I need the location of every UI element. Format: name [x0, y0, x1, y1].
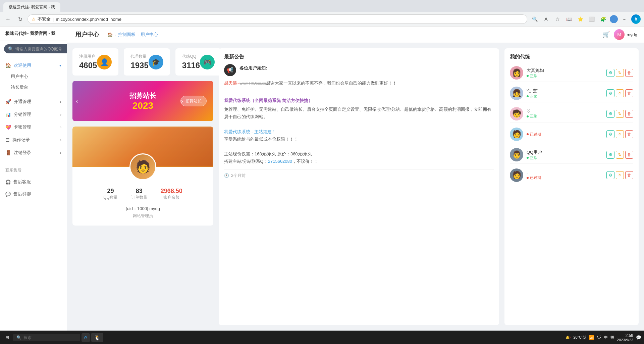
reload-button[interactable]: ↻ [15, 14, 25, 24]
announcement-system-desc: 免管理、免维护、无需建站、自己做站长、后台支持全页面自定义设置、无限招收代理/分… [224, 106, 494, 120]
notification-badge: 🔔¹ [566, 336, 571, 339]
bookmark-button[interactable]: ☆ [553, 14, 562, 24]
proxy-item: 🧑 - 已过期 ⚙ ↻ 🗑 [510, 166, 633, 184]
page-header: 用户中心 🏠 · 控制面板 · 用户中心 🛒 M mydg [67, 27, 644, 43]
taskbar-edge-app[interactable]: e [82, 333, 90, 342]
breadcrumb-control[interactable]: 控制面板 [118, 32, 136, 38]
proxy-view-btn[interactable]: ⚙ [606, 130, 614, 138]
proxy-avatar: 🧒 [510, 107, 523, 120]
sidebar-welcome-header[interactable]: 🏠 欢迎使用 ▾ [0, 60, 67, 71]
support-item-label: 售后群聊 [13, 191, 31, 197]
font-button[interactable]: A [541, 14, 551, 24]
browser-tab[interactable]: 极速云代挂- 我爱官网 - 我 [3, 2, 60, 12]
favorites-button[interactable]: ⭐ [576, 14, 585, 24]
profile-stats: 29 QQ数量 83 订单数量 2968.50 账户余额 [103, 188, 182, 200]
proxy-info: 大真媳妇 正常 [527, 67, 603, 79]
proxy-refresh-btn[interactable]: ↻ [616, 171, 624, 179]
announcement-content: 📢 各位用户须知: 感天装~www.TKDour.cn感谢大家一直以来的不离不弃… [224, 64, 494, 320]
qq-search-bar[interactable]: 🔍 [4, 44, 67, 53]
sidebar-group-chat[interactable]: 💬 售后群聊 [0, 188, 67, 200]
proxy-delete-btn[interactable]: 🗑 [625, 110, 633, 118]
browser-profile[interactable] [610, 15, 618, 23]
proxy-delete-btn[interactable]: 🗑 [625, 130, 633, 138]
app2-icon: 🐧 [94, 334, 101, 341]
taskbar-app2[interactable]: 🐧 [91, 333, 103, 342]
stat-card-agents: 代理数量 1935 🎓 [124, 48, 170, 76]
sidebar-customer-service[interactable]: 🎧 售后客服 [0, 176, 67, 188]
announcement-title: 最新公告 [224, 54, 494, 60]
sidebar-item-label: 注销登录 [14, 150, 31, 156]
address-bar[interactable]: ⚠ 不安全 | m.coybr.cn/index.php?mod=home [28, 14, 527, 24]
proxy-refresh-btn[interactable]: ↻ [616, 89, 624, 97]
sidebar-item-logout[interactable]: 🚪 注销登录 › [0, 146, 67, 159]
proxy-view-btn[interactable]: ⚙ [606, 171, 614, 179]
proxy-delete-btn[interactable]: 🗑 [625, 69, 633, 77]
proxy-info: '仙 芝' 正常 [527, 88, 603, 99]
status-text: 正常 [530, 114, 537, 119]
proxy-actions: ⚙ ↻ 🗑 [606, 130, 633, 138]
stat-value-users: 4605 [79, 61, 97, 70]
proxy-info: 已过期 [527, 132, 603, 137]
qq-count-label: QQ数量 [103, 195, 118, 200]
breadcrumb-user-center[interactable]: 用户中心 [141, 32, 158, 38]
status-dot [527, 133, 529, 135]
banner-cta-button[interactable]: 招募站长 [180, 96, 207, 106]
proxy-name: ♡ [527, 109, 603, 114]
sidebar-item-admin[interactable]: 站长后台 [0, 82, 67, 93]
proxy-view-btn[interactable]: ⚙ [606, 89, 614, 97]
qq-search-input[interactable] [15, 47, 67, 51]
user-avatar: M [614, 29, 625, 40]
chevron-right-icon: › [60, 151, 61, 155]
sidebar-item-label: 操作记录 [12, 137, 30, 143]
sidebar-item-open-manage[interactable]: 🚀 开通管理 › [0, 95, 67, 108]
sidebar-item-log[interactable]: ☰ 操作记录 › [0, 134, 67, 146]
notifications-icon[interactable]: 💬 [636, 335, 641, 340]
proxy-refresh-btn[interactable]: ↻ [616, 69, 624, 77]
proxy-view-btn[interactable]: ⚙ [606, 151, 614, 159]
user-menu[interactable]: M mydg [614, 29, 637, 40]
start-button[interactable]: ⊞ [3, 334, 12, 341]
extensions-button[interactable]: 🧩 [598, 14, 608, 24]
proxy-delete-btn[interactable]: 🗑 [625, 171, 633, 179]
profile-stat-balance: 2968.50 账户余额 [161, 188, 182, 200]
proxy-avatar: 🧑 [510, 168, 523, 182]
sidebar-item-user-center[interactable]: 用户中心 [0, 71, 67, 82]
more-button[interactable]: ··· [620, 14, 629, 24]
split-button[interactable]: ⬜ [587, 14, 596, 24]
home-breadcrumb-icon[interactable]: 🏠 [107, 32, 113, 37]
taskbar-search[interactable]: 🔍 [13, 334, 80, 341]
log-icon: ☰ [5, 137, 10, 143]
proxy-info: ♡ 正常 [527, 109, 603, 119]
proxy-view-btn[interactable]: ⚙ [606, 110, 614, 118]
cart-button[interactable]: 🛒 [602, 31, 610, 38]
taskbar-search-input[interactable] [23, 335, 77, 340]
taskbar-search-icon: 🔍 [16, 335, 21, 340]
banner-prev-arrow[interactable]: ‹ [76, 98, 78, 105]
reader-button[interactable]: 📖 [564, 14, 574, 24]
proxy-delete-btn[interactable]: 🗑 [625, 89, 633, 97]
taskbar-time: 2:59 [617, 333, 633, 338]
proxy-status: 正常 [527, 114, 603, 119]
proxy-actions: ⚙ ↻ 🗑 [606, 110, 633, 118]
sidebar-item-distribution[interactable]: 📊 分销管理 › [0, 108, 67, 121]
taskbar-date: 2023/9/23 [617, 338, 633, 342]
announcement-site-build-title[interactable]: 我爱代练系统 - 主站搭建！ [224, 128, 494, 136]
qq-icon: 🎮 [200, 55, 215, 69]
sidebar-item-card[interactable]: 💝 卡密管理 › [0, 121, 67, 134]
back-button[interactable]: ← [3, 14, 13, 24]
announcement-avatar: 📢 [224, 64, 236, 76]
proxy-name: 大真媳妇 [527, 67, 603, 73]
proxy-name: '仙 芝' [527, 88, 603, 94]
proxy-refresh-btn[interactable]: ↻ [616, 110, 624, 118]
proxy-avatar: 👨 [510, 148, 523, 161]
promo-banner[interactable]: ‹ 招募站长 2023 › 招募站长 [72, 81, 213, 121]
status-text: 正常 [530, 94, 537, 99]
proxy-refresh-btn[interactable]: ↻ [616, 151, 624, 159]
proxy-refresh-btn[interactable]: ↻ [616, 130, 624, 138]
proxy-delete-btn[interactable]: 🗑 [625, 151, 633, 159]
address-text: m.coybr.cn/index.php?mod=home [56, 17, 523, 22]
support-label: 联系售后 [0, 165, 67, 176]
logout-icon: 🚪 [5, 150, 11, 155]
search-button[interactable]: 🔍 [530, 14, 539, 24]
proxy-view-btn[interactable]: ⚙ [606, 69, 614, 77]
